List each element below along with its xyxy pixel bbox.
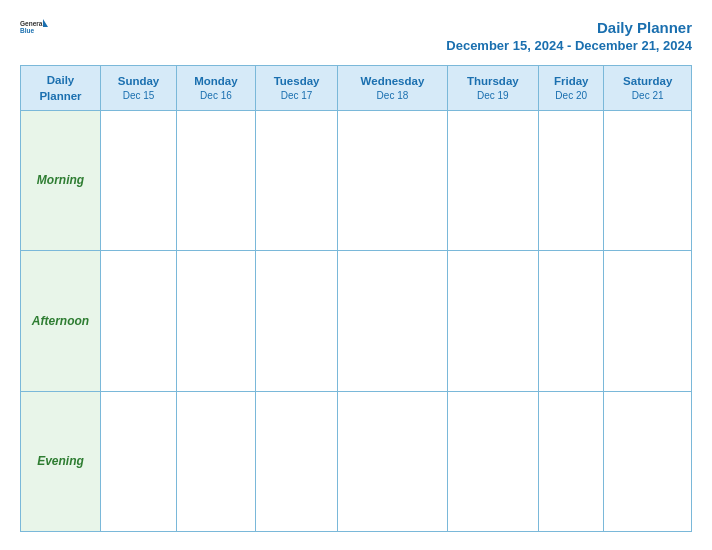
cell-evening-sunday[interactable]	[101, 391, 177, 531]
cell-afternoon-sunday[interactable]	[101, 251, 177, 391]
generalblue-logo-icon: General Blue	[20, 18, 48, 36]
svg-text:Blue: Blue	[20, 27, 34, 34]
cell-afternoon-tuesday[interactable]	[255, 251, 337, 391]
col-header-wednesday: Wednesday Dec 18	[338, 65, 447, 110]
col-header-daily-planner: Daily Planner	[21, 65, 101, 110]
table-row-evening: Evening	[21, 391, 692, 531]
page-header: General Blue Daily Planner December 15, …	[20, 18, 692, 53]
row-label-evening: Evening	[21, 391, 101, 531]
cell-evening-tuesday[interactable]	[255, 391, 337, 531]
cell-afternoon-monday[interactable]	[177, 251, 256, 391]
table-row-afternoon: Afternoon	[21, 251, 692, 391]
row-label-morning: Morning	[21, 110, 101, 250]
col-header-tuesday: Tuesday Dec 17	[255, 65, 337, 110]
cell-evening-thursday[interactable]	[447, 391, 538, 531]
cell-morning-thursday[interactable]	[447, 110, 538, 250]
cell-evening-wednesday[interactable]	[338, 391, 447, 531]
cell-morning-saturday[interactable]	[604, 110, 692, 250]
col-header-friday: Friday Dec 20	[538, 65, 603, 110]
cell-afternoon-friday[interactable]	[538, 251, 603, 391]
cell-evening-monday[interactable]	[177, 391, 256, 531]
svg-text:General: General	[20, 20, 44, 27]
cell-afternoon-thursday[interactable]	[447, 251, 538, 391]
planner-table: Daily Planner Sunday Dec 15 Monday Dec 1…	[20, 65, 692, 533]
header-title-area: Daily Planner December 15, 2024 - Decemb…	[446, 18, 692, 53]
col-header-saturday: Saturday Dec 21	[604, 65, 692, 110]
table-row-morning: Morning	[21, 110, 692, 250]
planner-date-range: December 15, 2024 - December 21, 2024	[446, 38, 692, 53]
svg-marker-2	[43, 19, 48, 27]
col-header-thursday: Thursday Dec 19	[447, 65, 538, 110]
cell-morning-wednesday[interactable]	[338, 110, 447, 250]
cell-afternoon-wednesday[interactable]	[338, 251, 447, 391]
cell-morning-monday[interactable]	[177, 110, 256, 250]
cell-evening-saturday[interactable]	[604, 391, 692, 531]
col-header-monday: Monday Dec 16	[177, 65, 256, 110]
cell-morning-tuesday[interactable]	[255, 110, 337, 250]
planner-title: Daily Planner	[446, 18, 692, 38]
table-header-row: Daily Planner Sunday Dec 15 Monday Dec 1…	[21, 65, 692, 110]
col-header-sunday: Sunday Dec 15	[101, 65, 177, 110]
cell-afternoon-saturday[interactable]	[604, 251, 692, 391]
row-label-afternoon: Afternoon	[21, 251, 101, 391]
logo-area: General Blue	[20, 18, 48, 37]
cell-evening-friday[interactable]	[538, 391, 603, 531]
cell-morning-friday[interactable]	[538, 110, 603, 250]
cell-morning-sunday[interactable]	[101, 110, 177, 250]
